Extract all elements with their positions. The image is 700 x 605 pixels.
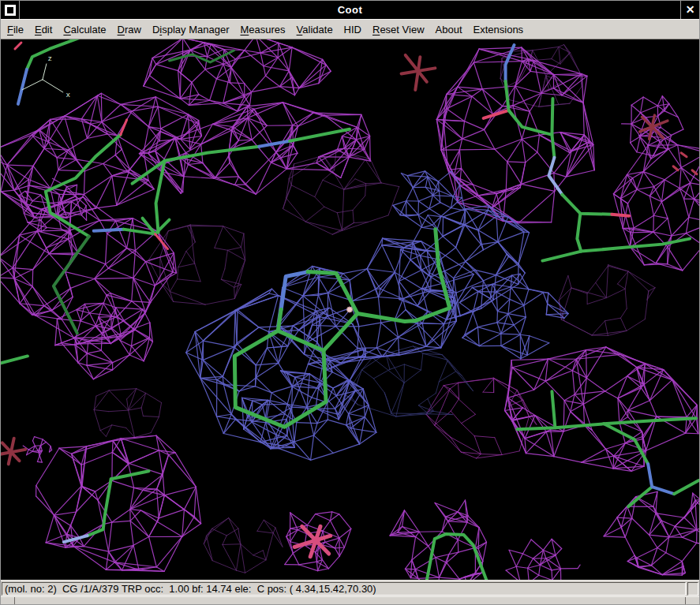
close-icon: ✕ <box>686 1 695 19</box>
resize-notch-left <box>14 597 15 604</box>
gl-canvas: zx <box>1 39 699 580</box>
statusbar: (mol. no: 2) CG /1/A/379 TRP occ: 1.00 b… <box>1 580 699 596</box>
close-button[interactable]: ✕ <box>680 1 699 19</box>
window-menu-icon <box>5 5 16 16</box>
menu-item-file[interactable]: File <box>2 24 29 35</box>
menu-item-validate[interactable]: Validate <box>291 24 339 35</box>
menubar: FileEditCalculateDrawDisplay ManagerMeas… <box>1 19 699 39</box>
menu-item-display-manager[interactable]: Display Manager <box>147 24 235 35</box>
status-resize-grip[interactable] <box>687 582 698 596</box>
titlebar: Coot ✕ <box>1 1 699 19</box>
status-text: (mol. no: 2) CG /1/A/379 TRP occ: 1.00 b… <box>2 582 686 596</box>
density-mesh-far <box>94 45 655 573</box>
resize-notch-right <box>685 597 686 604</box>
gl-viewport[interactable]: zx <box>1 39 699 580</box>
svg-text:z: z <box>48 54 52 62</box>
window-resize-bar[interactable] <box>1 596 699 604</box>
menu-item-calculate[interactable]: Calculate <box>58 24 111 35</box>
menu-item-hid[interactable]: HID <box>339 24 367 35</box>
menu-item-draw[interactable]: Draw <box>112 24 147 35</box>
window-menu-button[interactable] <box>1 1 20 19</box>
rotation-center-dot <box>347 307 353 312</box>
window-title: Coot <box>20 1 680 19</box>
menu-item-edit[interactable]: Edit <box>29 24 58 35</box>
menu-item-about[interactable]: About <box>430 24 468 35</box>
coot-window: Coot ✕ FileEditCalculateDrawDisplay Mana… <box>0 0 700 605</box>
svg-text:x: x <box>66 90 70 99</box>
menu-item-extensions[interactable]: Extensions <box>468 24 530 35</box>
menu-item-measures[interactable]: Measures <box>234 24 290 35</box>
menu-item-reset-view[interactable]: Reset View <box>367 24 430 35</box>
